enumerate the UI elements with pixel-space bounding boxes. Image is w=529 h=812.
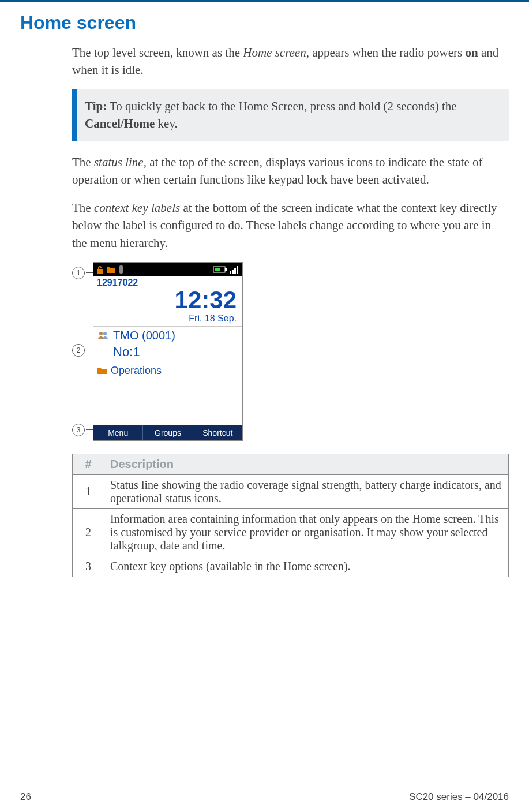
table-row: 3 Context key options (available in the … [73, 556, 509, 577]
text: The [72, 201, 94, 215]
text-italic: Home screen [243, 46, 306, 59]
description-table: # Description 1 Status line showing the … [72, 454, 509, 577]
svg-rect-6 [234, 268, 236, 274]
text-italic: context key labels [94, 201, 180, 215]
svg-rect-0 [119, 265, 123, 274]
text-italic: status line, [94, 155, 147, 169]
callout-number: 1 [72, 267, 85, 279]
svg-point-8 [99, 332, 103, 335]
lock-open-icon [96, 265, 104, 274]
context-key-shortcut: Shortcut [193, 425, 242, 440]
phone-screenshot: 12917022 12:32 Fri. 18 Sep. TMO (0001) N… [93, 262, 243, 441]
tip-text: key. [155, 117, 177, 130]
context-key-groups: Groups [143, 425, 193, 440]
tip-strong: Cancel/Home [85, 117, 155, 130]
callout-3: 3 [72, 424, 93, 436]
group-icon [97, 331, 110, 340]
page-footer: 26 SC20 series – 04/2016 [20, 785, 509, 803]
text: The top level screen, known as the [72, 46, 243, 59]
talkgroup-line: TMO (0001) [93, 326, 242, 345]
row-description: Status line showing the radio coverage s… [104, 474, 509, 508]
svg-point-9 [103, 332, 107, 335]
tip-text: To quickly get back to the Home Screen, … [107, 99, 456, 113]
clock-date: Fri. 18 Sep. [93, 313, 237, 324]
operations-label: Operations [111, 365, 162, 377]
status-icon [118, 265, 125, 274]
callout-number: 3 [72, 424, 85, 436]
tip-callout: Tip: To quickly get back to the Home Scr… [72, 89, 509, 141]
table-header-number: # [73, 454, 104, 474]
table-header-description: Description [104, 454, 509, 474]
row-description: Information area containing information … [104, 508, 509, 556]
talkgroup-number: No:1 [93, 345, 242, 362]
svg-rect-3 [215, 268, 220, 271]
page-title: Home screen [20, 12, 509, 33]
callout-line [86, 272, 93, 273]
status-paragraph: The status line, at the top of the scree… [72, 154, 509, 189]
table-row: 1 Status line showing the radio coverage… [73, 474, 509, 508]
operations-line: Operations [93, 362, 242, 379]
svg-rect-2 [225, 268, 227, 271]
tip-label: Tip: [85, 99, 107, 113]
intro-paragraph: The top level screen, known as the Home … [72, 44, 509, 79]
callout-1: 1 [72, 267, 93, 279]
context-key-bar: Menu Groups Shortcut [93, 425, 242, 440]
table-row: 2 Information area containing informatio… [73, 508, 509, 556]
svg-rect-7 [237, 266, 238, 274]
svg-rect-5 [232, 270, 234, 274]
text-bold: on [466, 46, 478, 59]
row-number: 2 [73, 508, 104, 556]
document-id: SC20 series – 04/2016 [409, 791, 509, 803]
callout-line [86, 350, 93, 350]
talkgroup-name: TMO (0001) [113, 329, 175, 342]
status-bar [93, 263, 242, 276]
battery-icon [213, 266, 227, 273]
context-key-menu: Menu [93, 425, 143, 440]
folder-icon [97, 366, 107, 375]
figure-callouts: 1 2 3 [72, 262, 93, 441]
svg-rect-4 [230, 271, 231, 274]
callout-line [86, 429, 93, 430]
text: The [72, 155, 94, 169]
text: , appears when the radio powers [306, 46, 466, 59]
signal-icon [230, 265, 240, 274]
row-number: 1 [73, 474, 104, 508]
clock-time: 12:32 [93, 288, 237, 312]
callout-number: 2 [72, 344, 85, 357]
folder-icon [106, 265, 115, 274]
page-number: 26 [20, 791, 31, 803]
home-screen-figure: 1 2 3 [72, 262, 245, 441]
row-number: 3 [73, 556, 104, 577]
callout-2: 2 [72, 344, 93, 357]
context-paragraph: The context key labels at the bottom of … [72, 199, 509, 252]
row-description: Context key options (available in the Ho… [104, 556, 509, 577]
